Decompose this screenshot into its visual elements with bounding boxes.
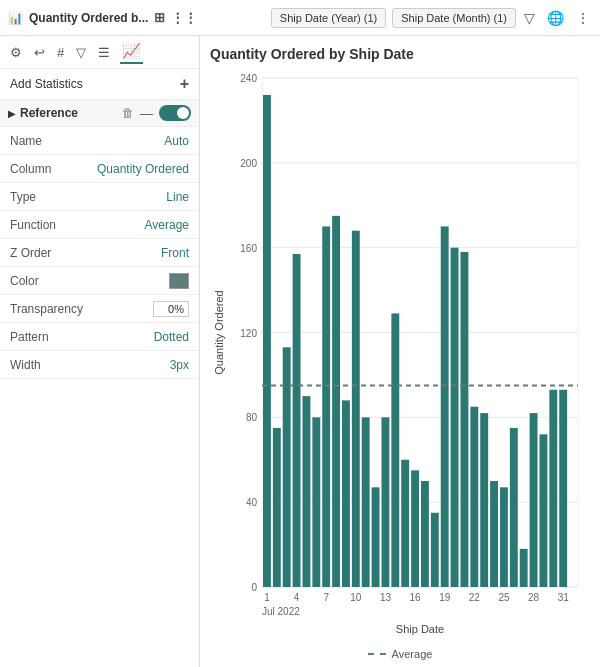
svg-rect-36 xyxy=(470,407,478,587)
delete-icon[interactable]: 🗑 xyxy=(122,106,134,120)
table-icon[interactable]: ⊞ xyxy=(154,10,165,25)
trend-icon[interactable]: 📈 xyxy=(120,40,143,64)
filter-month-btn[interactable]: Ship Date (Month) (1) xyxy=(392,8,516,28)
undo-icon[interactable]: ↩ xyxy=(32,43,47,62)
transparency-input[interactable] xyxy=(153,301,189,317)
svg-rect-19 xyxy=(302,396,310,587)
svg-rect-29 xyxy=(401,460,409,587)
svg-rect-28 xyxy=(391,313,399,587)
svg-rect-15 xyxy=(263,95,271,587)
svg-rect-37 xyxy=(480,413,488,587)
svg-rect-25 xyxy=(362,417,370,587)
svg-text:22: 22 xyxy=(469,592,481,603)
prop-pattern: Pattern Dotted xyxy=(0,323,199,351)
prop-name: Name Auto xyxy=(0,127,199,155)
svg-rect-27 xyxy=(381,417,389,587)
svg-text:40: 40 xyxy=(246,497,258,508)
svg-rect-45 xyxy=(559,390,567,587)
chart-area: Quantity Ordered by Ship Date 0408012016… xyxy=(200,36,600,667)
prop-function: Function Average xyxy=(0,211,199,239)
svg-text:200: 200 xyxy=(240,158,257,169)
svg-rect-39 xyxy=(500,487,508,587)
svg-rect-22 xyxy=(332,216,340,587)
more-icon-btn[interactable]: ⋮ xyxy=(574,8,592,28)
prop-type: Type Line xyxy=(0,183,199,211)
svg-rect-17 xyxy=(283,347,291,587)
svg-rect-44 xyxy=(549,390,557,587)
reference-title: Reference xyxy=(20,106,122,120)
svg-rect-40 xyxy=(510,428,518,587)
svg-rect-30 xyxy=(411,470,419,587)
svg-text:28: 28 xyxy=(528,592,540,603)
svg-text:1: 1 xyxy=(264,592,270,603)
svg-text:25: 25 xyxy=(498,592,510,603)
filter-icon-btn[interactable]: ▽ xyxy=(522,8,537,28)
top-bar-icons: ▽ 🌐 ⋮ xyxy=(522,8,592,28)
add-stats-row: Add Statistics + xyxy=(0,69,199,100)
svg-rect-43 xyxy=(539,434,547,587)
legend-label: Average xyxy=(392,648,433,660)
top-bar-title: 📊 Quantity Ordered b... ⊞ ⋮⋮ xyxy=(8,10,265,25)
svg-text:10: 10 xyxy=(350,592,362,603)
reference-section-header: ▶ Reference 🗑 — xyxy=(0,100,199,127)
prop-color: Color xyxy=(0,267,199,295)
main-area: ⚙ ↩ # ▽ ☰ 📈 Add Statistics + ▶ Reference… xyxy=(0,36,600,667)
legend-row: Average xyxy=(210,644,590,660)
svg-rect-38 xyxy=(490,481,498,587)
svg-rect-16 xyxy=(273,428,281,587)
svg-text:Jul 2022: Jul 2022 xyxy=(262,606,300,617)
caret-icon[interactable]: ▶ xyxy=(8,108,16,119)
svg-text:19: 19 xyxy=(439,592,451,603)
svg-rect-24 xyxy=(352,231,360,587)
section-actions: 🗑 — xyxy=(122,105,191,121)
svg-text:120: 120 xyxy=(240,328,257,339)
bar-chart-icon: 📊 xyxy=(8,11,23,25)
svg-rect-20 xyxy=(312,417,320,587)
reference-toggle[interactable] xyxy=(159,105,191,121)
add-stats-button[interactable]: + xyxy=(180,75,189,93)
globe-icon-btn[interactable]: 🌐 xyxy=(545,8,566,28)
prop-zorder: Z Order Front xyxy=(0,239,199,267)
svg-text:31: 31 xyxy=(558,592,570,603)
svg-text:Ship Date: Ship Date xyxy=(396,623,444,635)
svg-rect-33 xyxy=(441,226,449,587)
svg-text:16: 16 xyxy=(410,592,422,603)
svg-rect-41 xyxy=(520,549,528,587)
svg-text:4: 4 xyxy=(294,592,300,603)
svg-text:160: 160 xyxy=(240,243,257,254)
svg-rect-42 xyxy=(530,413,538,587)
toolbar-row: ⚙ ↩ # ▽ ☰ 📈 xyxy=(0,36,199,69)
svg-text:7: 7 xyxy=(323,592,329,603)
top-bar: 📊 Quantity Ordered b... ⊞ ⋮⋮ Ship Date (… xyxy=(0,0,600,36)
svg-rect-23 xyxy=(342,400,350,587)
svg-rect-34 xyxy=(451,248,459,587)
chart-svg: 040801201602002401471013161922252831Jul … xyxy=(210,70,590,641)
chart-title-label: Quantity Ordered b... xyxy=(29,11,148,25)
svg-text:240: 240 xyxy=(240,73,257,84)
prop-transparency: Transparency xyxy=(0,295,199,323)
svg-rect-26 xyxy=(372,487,380,587)
hash-icon[interactable]: # xyxy=(55,43,66,62)
svg-rect-18 xyxy=(293,254,301,587)
grid-icon[interactable]: ⋮⋮ xyxy=(171,10,197,25)
left-panel: ⚙ ↩ # ▽ ☰ 📈 Add Statistics + ▶ Reference… xyxy=(0,36,200,667)
list-icon[interactable]: ☰ xyxy=(96,43,112,62)
filter-icon[interactable]: ▽ xyxy=(74,43,88,62)
svg-rect-31 xyxy=(421,481,429,587)
svg-rect-35 xyxy=(460,252,468,587)
color-swatch[interactable] xyxy=(169,273,189,289)
minus-icon[interactable]: — xyxy=(140,106,153,121)
prop-column: Column Quantity Ordered xyxy=(0,155,199,183)
filter-year-btn[interactable]: Ship Date (Year) (1) xyxy=(271,8,386,28)
settings-icon[interactable]: ⚙ xyxy=(8,43,24,62)
chart-main-title: Quantity Ordered by Ship Date xyxy=(210,46,590,62)
svg-text:80: 80 xyxy=(246,412,258,423)
svg-text:Quantity Ordered: Quantity Ordered xyxy=(213,290,225,374)
properties-list: Name Auto Column Quantity Ordered Type L… xyxy=(0,127,199,379)
chart-container: 040801201602002401471013161922252831Jul … xyxy=(210,70,590,644)
legend-line-icon xyxy=(368,653,386,655)
prop-width: Width 3px xyxy=(0,351,199,379)
svg-rect-21 xyxy=(322,226,330,587)
svg-rect-32 xyxy=(431,513,439,587)
svg-text:13: 13 xyxy=(380,592,392,603)
